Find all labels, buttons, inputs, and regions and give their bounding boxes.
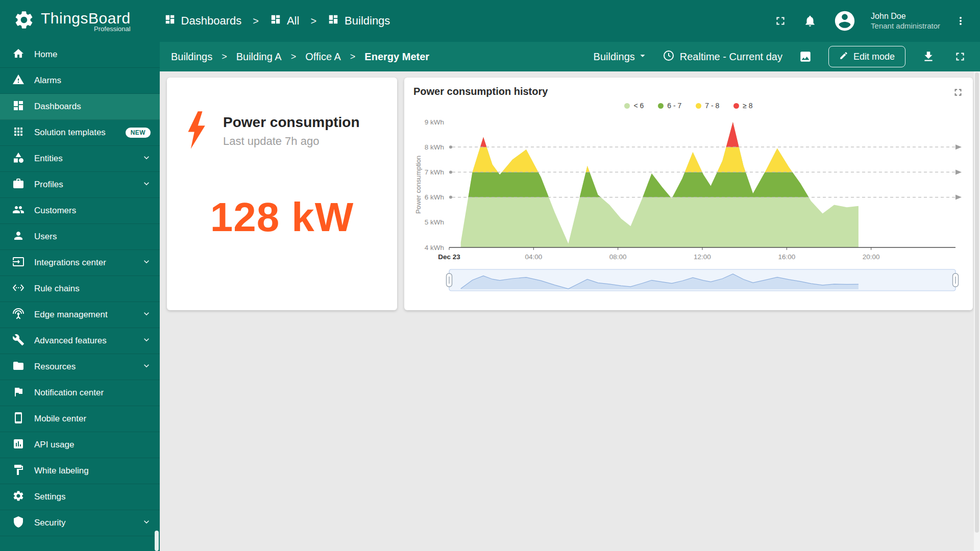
page-scrollbar[interactable] bbox=[974, 71, 980, 551]
fullscreen-button[interactable] bbox=[772, 12, 789, 30]
chart-legend: < 66 - 77 - 8≥ 8 bbox=[413, 102, 964, 110]
pencil-icon bbox=[839, 51, 848, 63]
warning-icon bbox=[12, 73, 24, 88]
edit-mode-button[interactable]: Edit mode bbox=[828, 46, 905, 67]
clock-icon bbox=[663, 49, 675, 64]
svg-text:8 kWh: 8 kWh bbox=[425, 143, 444, 151]
sidebar-item-label: Dashboards bbox=[34, 102, 81, 112]
sidebar-item-dashboards[interactable]: Dashboards bbox=[0, 94, 160, 120]
breadcrumb-buildings[interactable]: Buildings bbox=[328, 14, 390, 28]
breadcrumb-label: Buildings bbox=[345, 14, 390, 28]
power-history-chart: Dec 2304:0008:0012:0016:0020:009 kWh8 kW… bbox=[413, 111, 964, 264]
legend-item[interactable]: 7 - 8 bbox=[696, 102, 719, 110]
sidebar-item-entities[interactable]: Entities bbox=[0, 146, 160, 172]
kebab-menu-button[interactable] bbox=[952, 13, 969, 29]
timewindow-button[interactable]: Realtime - Current day bbox=[663, 49, 782, 64]
user-role: Tenant administrator bbox=[871, 21, 940, 31]
power-widget-subtitle: Last update 7h ago bbox=[223, 135, 360, 148]
legend-item[interactable]: 6 - 7 bbox=[658, 102, 681, 110]
crumb-office-a[interactable]: Office A bbox=[305, 51, 341, 63]
top-header: ThingsBoard Professional Dashboards > Al… bbox=[0, 0, 980, 42]
svg-text:7 kWh: 7 kWh bbox=[425, 168, 444, 176]
gear-icon bbox=[12, 490, 24, 504]
sidebar-item-home[interactable]: Home bbox=[0, 42, 160, 68]
crumb-buildings[interactable]: Buildings bbox=[171, 51, 212, 63]
sidebar-item-solution-templates[interactable]: Solution templates NEW bbox=[0, 120, 160, 146]
svg-text:9 kWh: 9 kWh bbox=[425, 118, 444, 126]
sidebar-scrollbar-thumb[interactable] bbox=[155, 531, 159, 551]
widget-expand-icon[interactable] bbox=[951, 86, 965, 101]
timewindow-value: Realtime - Current day bbox=[680, 51, 782, 63]
flag-icon bbox=[12, 386, 24, 400]
background-image-button[interactable] bbox=[797, 48, 814, 65]
page-scrollbar-thumb[interactable] bbox=[975, 72, 979, 533]
sidebar-item-label: Notification center bbox=[34, 388, 104, 398]
sidebar-item-edge-management[interactable]: Edge management bbox=[0, 302, 160, 328]
svg-text:08:00: 08:00 bbox=[609, 253, 627, 261]
app-name: ThingsBoard bbox=[41, 10, 131, 27]
shield-icon bbox=[12, 516, 24, 530]
sidebar-item-label: Settings bbox=[34, 492, 65, 502]
legend-label: 7 - 8 bbox=[705, 102, 719, 110]
legend-dot bbox=[658, 103, 664, 109]
app-logo[interactable]: ThingsBoard Professional bbox=[0, 9, 131, 33]
fullscreen-button[interactable] bbox=[951, 48, 969, 65]
input-icon bbox=[12, 256, 24, 270]
power-consumption-widget: Power consumption Last update 7h ago 128… bbox=[167, 78, 397, 310]
sidebar-item-security[interactable]: Security bbox=[0, 510, 160, 536]
state-select-value: Buildings bbox=[594, 51, 635, 63]
power-value: 128 kW bbox=[167, 194, 397, 241]
navigator-handle[interactable] bbox=[447, 273, 452, 287]
sidebar-item-api-usage[interactable]: API usage bbox=[0, 432, 160, 458]
sidebar-item-label: Mobile center bbox=[34, 414, 86, 424]
sidebar-item-integrations-center[interactable]: Integrations center bbox=[0, 250, 160, 276]
sidebar-item-notification-center[interactable]: Notification center bbox=[0, 380, 160, 406]
svg-text:12:00: 12:00 bbox=[694, 253, 711, 261]
breadcrumb-all[interactable]: All bbox=[270, 14, 299, 28]
chart-navigator[interactable] bbox=[413, 267, 964, 294]
legend-item[interactable]: ≥ 8 bbox=[733, 102, 752, 110]
sidebar-item-rule-chains[interactable]: Rule chains bbox=[0, 276, 160, 302]
dashboard-grid-icon bbox=[270, 14, 281, 28]
user-avatar[interactable] bbox=[831, 7, 859, 35]
breadcrumb-separator: > bbox=[310, 15, 316, 27]
sidebar-item-label: Profiles bbox=[34, 180, 63, 190]
sidebar-item-customers[interactable]: Customers bbox=[0, 198, 160, 224]
sidebar-item-advanced-features[interactable]: Advanced features bbox=[0, 328, 160, 354]
app-root: ThingsBoard Professional Dashboards > Al… bbox=[0, 0, 980, 551]
crumb-building-a[interactable]: Building A bbox=[236, 51, 282, 63]
sidebar-item-label: Solution templates bbox=[34, 128, 106, 138]
sidebar-item-settings[interactable]: Settings bbox=[0, 484, 160, 510]
legend-dot bbox=[624, 103, 630, 109]
sidebar-item-label: White labeling bbox=[34, 466, 89, 476]
legend-label: < 6 bbox=[633, 102, 644, 110]
dashboards-icon bbox=[12, 99, 24, 114]
crumb-energy-meter: Energy Meter bbox=[364, 51, 429, 63]
user-info[interactable]: John Doe Tenant administrator bbox=[871, 11, 940, 31]
chevron-down-icon bbox=[141, 361, 152, 373]
header-actions: John Doe Tenant administrator bbox=[772, 7, 980, 35]
legend-item[interactable]: < 6 bbox=[624, 102, 644, 110]
history-widget-title: Power consumption history bbox=[413, 86, 964, 97]
sidebar-item-mobile-center[interactable]: Mobile center bbox=[0, 406, 160, 432]
wrench-icon bbox=[12, 334, 24, 348]
notifications-bell-button[interactable] bbox=[801, 12, 819, 30]
breadcrumb-dashboards[interactable]: Dashboards bbox=[164, 14, 242, 28]
sidebar-item-resources[interactable]: Resources bbox=[0, 354, 160, 380]
legend-label: 6 - 7 bbox=[667, 102, 681, 110]
dashboard-grid-icon bbox=[164, 14, 176, 28]
navigator-handle[interactable] bbox=[953, 273, 959, 287]
sidebar-item-label: Security bbox=[34, 518, 65, 528]
download-button[interactable] bbox=[920, 48, 937, 65]
edit-mode-label: Edit mode bbox=[853, 52, 895, 62]
state-select[interactable]: Buildings bbox=[594, 50, 648, 64]
dropdown-caret-icon bbox=[637, 50, 648, 64]
breadcrumb-label: Dashboards bbox=[181, 14, 242, 28]
legend-dot bbox=[733, 103, 739, 109]
sidebar-item-profiles[interactable]: Profiles bbox=[0, 172, 160, 198]
lightning-bolt-icon bbox=[186, 111, 208, 151]
breadcrumb-separator: > bbox=[253, 15, 259, 27]
sidebar-item-white-labeling[interactable]: White labeling bbox=[0, 458, 160, 484]
sidebar-item-users[interactable]: Users bbox=[0, 224, 160, 250]
sidebar-item-alarms[interactable]: Alarms bbox=[0, 68, 160, 94]
